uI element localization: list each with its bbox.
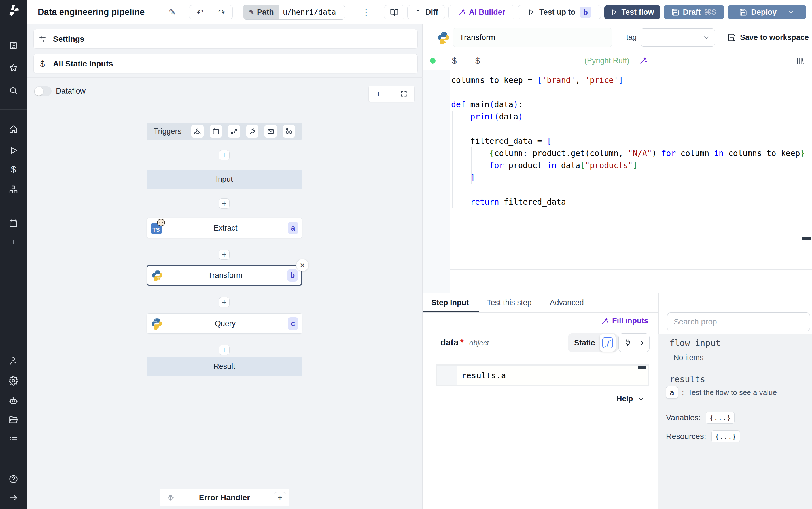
- zoom-in-icon[interactable]: +: [375, 89, 381, 98]
- variables-picker-icon[interactable]: $: [466, 56, 489, 66]
- variables-object-button[interactable]: {...}: [706, 412, 734, 423]
- logs-list-icon[interactable]: [8, 435, 19, 445]
- result-node[interactable]: Result: [147, 357, 302, 376]
- ai-wand-icon[interactable]: [632, 57, 655, 65]
- result-key-badge[interactable]: a: [666, 386, 678, 399]
- static-mode-label[interactable]: Static: [574, 339, 595, 347]
- workspace-icon[interactable]: [8, 40, 19, 50]
- path-value[interactable]: u/henri/data_: [279, 5, 345, 19]
- user-icon[interactable]: [8, 356, 19, 366]
- search-prop-input[interactable]: [667, 312, 810, 331]
- reload-icon[interactable]: [536, 57, 559, 65]
- add-icon[interactable]: +: [8, 237, 19, 247]
- add-step-button[interactable]: +: [219, 345, 229, 355]
- test-flow-button[interactable]: Test flow: [604, 5, 660, 19]
- windmill-logo[interactable]: [6, 4, 21, 18]
- javascript-expression-mode-button[interactable]: ƒ: [600, 334, 616, 352]
- triggers-bar[interactable]: Triggers: [147, 123, 302, 140]
- settings-gear-icon[interactable]: [8, 376, 19, 386]
- reload-icon[interactable]: [559, 57, 582, 65]
- step-name-input[interactable]: [453, 28, 612, 47]
- poll-icon[interactable]: [283, 125, 295, 138]
- flow-input-empty-text: No items: [673, 353, 704, 362]
- error-handler-node[interactable]: Error Handler +: [159, 488, 289, 506]
- flow-input-section-label[interactable]: flow_input: [669, 338, 721, 348]
- ai-builder-button[interactable]: AI Builder: [448, 5, 514, 19]
- result-entry[interactable]: a : Test the flow to see a value: [666, 386, 777, 399]
- flow-node-query[interactable]: Query c: [147, 313, 302, 334]
- deploy-button[interactable]: Deploy: [728, 5, 806, 19]
- webhook-icon[interactable]: [191, 125, 204, 138]
- add-step-button[interactable]: +: [219, 297, 229, 307]
- expand-sidebar-icon[interactable]: [8, 493, 19, 503]
- plug-icon: [624, 339, 632, 347]
- flow-node-extract[interactable]: TS Extract a: [147, 218, 302, 238]
- route-icon[interactable]: [228, 125, 241, 138]
- topbar: Data engineering pipeline ✎ ↶ ↷ ✎ Path u…: [27, 0, 812, 24]
- tag-select[interactable]: [640, 28, 715, 46]
- zoom-out-icon[interactable]: −: [388, 89, 394, 98]
- tab-test-this-step[interactable]: Test this step: [487, 298, 532, 307]
- redo-button[interactable]: ↷: [211, 5, 232, 19]
- favorites-star-icon[interactable]: [8, 63, 19, 73]
- help-dropdown[interactable]: Help: [617, 395, 644, 403]
- lint-status[interactable]: (Pyright Ruff): [582, 57, 632, 65]
- schedule-icon[interactable]: [210, 125, 222, 138]
- test-up-to-step-badge[interactable]: b: [580, 6, 591, 18]
- library-icon[interactable]: [796, 52, 805, 70]
- path-editor[interactable]: ✎ Path u/henri/data_: [243, 5, 345, 20]
- dataflow-toggle[interactable]: [34, 87, 51, 96]
- fit-view-icon[interactable]: [400, 90, 408, 98]
- input-node[interactable]: Input: [147, 170, 302, 189]
- workers-robot-icon[interactable]: [8, 396, 19, 406]
- edit-title-pencil-icon[interactable]: ✎: [166, 6, 179, 19]
- add-step-button[interactable]: +: [219, 199, 229, 209]
- websocket-plug-icon[interactable]: [246, 125, 259, 138]
- tab-advanced[interactable]: Advanced: [550, 298, 584, 307]
- windmill-flow-editor: $ + Data eng: [0, 0, 812, 509]
- search-icon[interactable]: [8, 86, 19, 96]
- horizontal-scrollbar-thumb[interactable]: [802, 237, 811, 240]
- home-icon[interactable]: [8, 124, 19, 134]
- undo-button[interactable]: ↶: [189, 5, 211, 19]
- resources-object-button[interactable]: {...}: [711, 431, 740, 442]
- docs-button[interactable]: [384, 5, 404, 19]
- draft-button[interactable]: Draft ⌘S: [664, 5, 724, 19]
- all-static-inputs-row[interactable]: $ All Static Inputs: [33, 54, 418, 73]
- add-error-handler-button[interactable]: +: [274, 492, 286, 503]
- package-icon[interactable]: [512, 57, 536, 65]
- flow-title[interactable]: Data engineering pipeline: [38, 0, 145, 24]
- editor-settings-gear-icon[interactable]: [655, 57, 678, 65]
- node-id-badge: a: [288, 222, 298, 234]
- save-to-workspace-button[interactable]: Save to workspace: [728, 30, 809, 45]
- static-inputs-icon[interactable]: $: [443, 56, 466, 66]
- more-options-kebab-icon[interactable]: ⋮: [360, 5, 372, 19]
- fill-inputs-button[interactable]: Fill inputs: [601, 316, 649, 325]
- tab-step-input[interactable]: Step Input: [431, 298, 469, 307]
- resources-icon[interactable]: [8, 184, 19, 195]
- variables-icon[interactable]: $: [8, 165, 19, 174]
- connect-input-buttons[interactable]: [619, 334, 650, 352]
- delete-node-close-icon[interactable]: ×: [296, 259, 309, 271]
- package-icon[interactable]: [489, 57, 512, 65]
- python-icon: [151, 317, 163, 330]
- scrollbar-thumb[interactable]: [638, 366, 646, 369]
- results-section-label[interactable]: results: [669, 374, 705, 384]
- flow-node-transform-selected[interactable]: Transform b: [147, 265, 302, 285]
- add-step-button[interactable]: +: [219, 249, 229, 260]
- input-mode-toggle[interactable]: Static ƒ: [568, 334, 618, 352]
- schedules-icon[interactable]: [8, 218, 19, 228]
- code-lines[interactable]: columns_to_keep = ['brand', 'price'] def…: [451, 74, 805, 208]
- code-editor[interactable]: columns_to_keep = ['brand', 'price'] def…: [423, 70, 812, 293]
- flow-settings-row[interactable]: Settings: [33, 29, 418, 49]
- expression-editor[interactable]: results.a: [436, 364, 649, 386]
- add-step-button[interactable]: +: [219, 150, 229, 160]
- folders-icon[interactable]: [8, 415, 19, 425]
- test-up-to-button[interactable]: Test up to b: [518, 5, 601, 19]
- diff-button[interactable]: Diff: [407, 5, 445, 19]
- email-icon[interactable]: [264, 125, 277, 138]
- runs-icon[interactable]: [8, 145, 19, 156]
- help-icon[interactable]: [8, 474, 19, 484]
- expression-value[interactable]: results.a: [462, 366, 506, 385]
- deploy-dropdown-chevron-icon[interactable]: [787, 8, 795, 16]
